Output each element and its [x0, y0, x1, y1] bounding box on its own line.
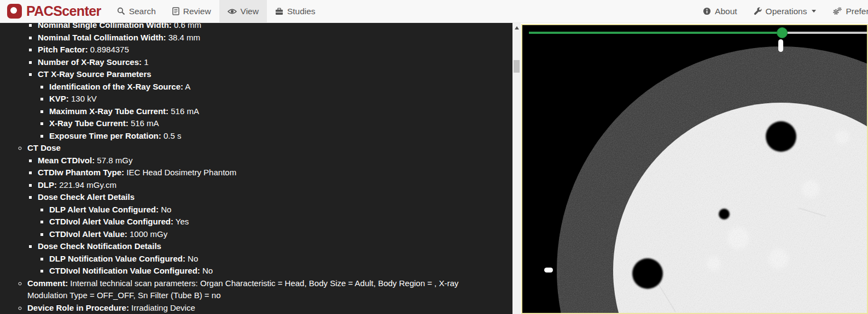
metadata-item: Maximum X-Ray Tube Current: 516 mA: [49, 105, 487, 118]
nav-item-label: Preferences: [846, 7, 868, 16]
metadata-item: DLP: 221.94 mGy.cm: [38, 179, 487, 192]
view-icon: [228, 8, 237, 15]
metadata-list: Identification of the X-Ray Source: AKVP…: [38, 81, 487, 143]
metadata-item: Exposure Time per Rotation: 0.5 s: [49, 130, 487, 143]
metadata-item: X-Ray Tube Current: 516 mA: [49, 117, 487, 130]
metadata-item: Number of X-Ray Sources: 1: [38, 56, 487, 69]
dicom-metadata-tree: Nominal Single Collimation Width: 0.6 mm…: [0, 23, 512, 314]
preferences-icon: [832, 7, 842, 15]
nav-item-label: Studies: [287, 7, 316, 16]
nav-right-group: AboutOperationsPreferences: [695, 0, 868, 22]
slice-slider-handle[interactable]: [777, 27, 788, 38]
metadata-item: Identification of the X-Ray Source: A: [49, 81, 487, 93]
scrollbar-thumb[interactable]: [514, 60, 520, 73]
metadata-item: Comment: Internal technical scan paramet…: [27, 277, 487, 302]
bb-marker-left: [544, 268, 553, 272]
nav-item-operations[interactable]: Operations: [745, 0, 825, 22]
dicom-metadata-panel[interactable]: Nominal Single Collimation Width: 0.6 mm…: [0, 23, 512, 314]
phantom-hole-12oclock: [766, 121, 796, 152]
metadata-item: Mean CTDIvol: 57.8 mGy: [38, 155, 487, 167]
chevron-down-icon: [812, 10, 816, 13]
metadata-list: Nominal Single Collimation Width: 0.6 mm…: [0, 23, 487, 142]
slice-slider-track[interactable]: [529, 32, 867, 34]
nav-item-review[interactable]: Review: [164, 0, 219, 22]
metadata-item: CT X-Ray Source ParametersIdentification…: [38, 68, 487, 142]
metadata-item: Dose Check Alert DetailsDLP Alert Value …: [38, 191, 487, 240]
nav-item-about[interactable]: About: [695, 0, 745, 22]
review-icon: [172, 7, 179, 15]
nav-item-label: Operations: [766, 7, 807, 16]
top-nav-bar: PACScenter SearchReviewViewStudies About…: [0, 0, 868, 23]
nav-item-studies[interactable]: Studies: [267, 0, 324, 22]
metadata-item: DLP Alert Value Configured: No: [49, 204, 487, 216]
scrollbar-up-arrow[interactable]: [512, 23, 521, 32]
metadata-item: Device Role in Procedure: Irradiating De…: [27, 302, 487, 314]
metadata-list: Mean CTDIvol: 57.8 mGyCTDIw Phantom Type…: [27, 155, 487, 277]
nav-item-label: Search: [129, 7, 156, 16]
bb-marker-top: [778, 39, 783, 52]
nav-item-label: About: [715, 7, 737, 16]
metadata-item: CT DoseMean CTDIvol: 57.8 mGyCTDIw Phant…: [27, 142, 487, 277]
metadata-item: CTDIw Phantom Type: IEC Head Dosimetry P…: [38, 167, 487, 179]
phantom-hole-9oclock: [632, 258, 663, 289]
metadata-item: Pitch Factor: 0.8984375: [38, 44, 487, 56]
metadata-scrollbar[interactable]: [512, 23, 521, 314]
up-arrow-icon: [515, 26, 519, 29]
ct-image-viewport[interactable]: [521, 24, 868, 314]
metadata-list: DLP Alert Value Configured: NoCTDIvol Al…: [38, 204, 487, 241]
metadata-list: CT DoseMean CTDIvol: 57.8 mGyCTDIw Phant…: [0, 142, 487, 314]
metadata-item: KVP: 130 kV: [49, 93, 487, 105]
phantom-hole-center: [719, 209, 730, 220]
search-icon: [117, 7, 125, 15]
ct-phantom-image[interactable]: [522, 25, 867, 313]
nav-item-label: View: [241, 7, 259, 16]
metadata-item: CTDIvol Alert Value: 1000 mGy: [49, 228, 487, 241]
nav-item-label: Review: [183, 7, 211, 16]
metadata-item: CTDIvol Notification Value Configured: N…: [49, 265, 487, 277]
studies-icon: [275, 8, 283, 15]
app-logo[interactable]: PACScenter: [0, 0, 109, 22]
metadata-item: CTDIvol Alert Value Configured: Yes: [49, 216, 487, 228]
metadata-item: Nominal Total Collimation Width: 38.4 mm: [38, 32, 487, 44]
pacscenter-logo-icon: [7, 4, 22, 19]
operations-icon: [754, 7, 762, 15]
nav-item-view[interactable]: View: [219, 0, 267, 22]
about-icon: [703, 7, 711, 15]
metadata-item: Nominal Single Collimation Width: 0.6 mm: [38, 23, 487, 32]
metadata-item: DLP Notification Value Configured: No: [49, 253, 487, 265]
metadata-list: DLP Notification Value Configured: NoCTD…: [38, 253, 487, 277]
nav-left-group: PACScenter SearchReviewViewStudies: [0, 0, 324, 22]
nav-item-preferences[interactable]: Preferences: [824, 0, 868, 22]
metadata-item: Dose Check Notification DetailsDLP Notif…: [38, 240, 487, 277]
nav-item-search[interactable]: Search: [109, 0, 164, 22]
slice-slider-fill: [529, 32, 782, 34]
app-title: PACScenter: [26, 3, 101, 19]
